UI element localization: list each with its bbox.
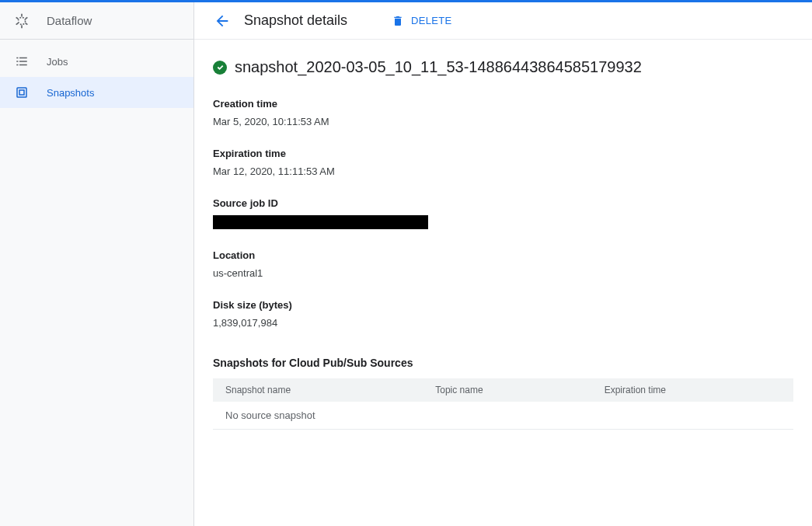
back-button[interactable] [213, 12, 232, 30]
sidebar-item-snapshots[interactable]: Snapshots [0, 77, 193, 108]
svg-line-3 [16, 17, 19, 19]
page-title: Snapshot details [244, 12, 347, 29]
svg-rect-13 [17, 88, 26, 97]
sidebar-nav: Jobs Snapshots [0, 40, 193, 108]
empty-message: No source snapshot [213, 402, 793, 430]
dataflow-logo-icon [12, 12, 31, 30]
field-creation-time: Creation time Mar 5, 2020, 10:11:53 AM [213, 98, 793, 127]
field-label: Source job ID [213, 197, 793, 209]
delete-label: DELETE [411, 15, 451, 26]
layout: Dataflow Jobs [0, 2, 812, 526]
content: snapshot_2020-03-05_10_11_53-14886443864… [194, 40, 812, 448]
redacted-value [213, 215, 428, 229]
snapshot-icon [12, 83, 31, 102]
field-location: Location us-central1 [213, 249, 793, 279]
svg-rect-9 [16, 61, 18, 62]
field-disk-size: Disk size (bytes) 1,839,017,984 [213, 299, 793, 329]
success-check-icon [213, 61, 227, 75]
svg-rect-12 [19, 64, 27, 66]
svg-line-5 [16, 23, 19, 24]
svg-rect-10 [19, 61, 27, 62]
field-value: Mar 5, 2020, 10:11:53 AM [213, 116, 793, 127]
field-value: 1,839,017,984 [213, 317, 793, 329]
col-snapshot-name: Snapshot name [213, 378, 423, 402]
svg-line-4 [26, 23, 28, 24]
sidebar-header: Dataflow [0, 2, 193, 40]
svg-rect-7 [16, 57, 18, 59]
field-label: Location [213, 249, 793, 261]
field-value: us-central1 [213, 267, 793, 279]
field-source-job-id: Source job ID [213, 197, 793, 229]
field-label: Creation time [213, 98, 793, 110]
col-expiration-time: Expiration time [592, 378, 793, 402]
snapshot-title-row: snapshot_2020-03-05_10_11_53-14886443864… [213, 58, 793, 76]
field-label: Disk size (bytes) [213, 299, 793, 311]
main: Snapshot details DELETE snapshot_2020-03… [194, 2, 812, 526]
pubsub-table: Snapshot name Topic name Expiration time… [213, 378, 793, 430]
main-header: Snapshot details DELETE [194, 2, 812, 40]
delete-button[interactable]: DELETE [391, 14, 451, 28]
list-icon [12, 52, 31, 71]
svg-rect-8 [19, 57, 27, 59]
svg-rect-14 [19, 90, 24, 95]
table-row-empty: No source snapshot [213, 402, 793, 430]
svg-point-0 [18, 17, 25, 24]
product-name: Dataflow [47, 14, 92, 27]
table-header-row: Snapshot name Topic name Expiration time [213, 378, 793, 402]
pubsub-heading: Snapshots for Cloud Pub/Sub Sources [213, 357, 793, 369]
sidebar-item-jobs[interactable]: Jobs [0, 46, 193, 77]
field-value: Mar 12, 2020, 11:11:53 AM [213, 165, 793, 177]
trash-icon [391, 14, 405, 28]
sidebar-item-label: Jobs [47, 56, 68, 68]
field-label: Expiration time [213, 148, 793, 159]
svg-line-6 [26, 17, 28, 19]
sidebar: Dataflow Jobs [0, 2, 194, 526]
svg-rect-11 [16, 64, 18, 66]
snapshot-name: snapshot_2020-03-05_10_11_53-14886443864… [235, 58, 642, 76]
arrow-left-icon [214, 12, 231, 30]
col-topic-name: Topic name [423, 378, 591, 402]
field-expiration-time: Expiration time Mar 12, 2020, 11:11:53 A… [213, 148, 793, 177]
sidebar-item-label: Snapshots [47, 87, 94, 99]
